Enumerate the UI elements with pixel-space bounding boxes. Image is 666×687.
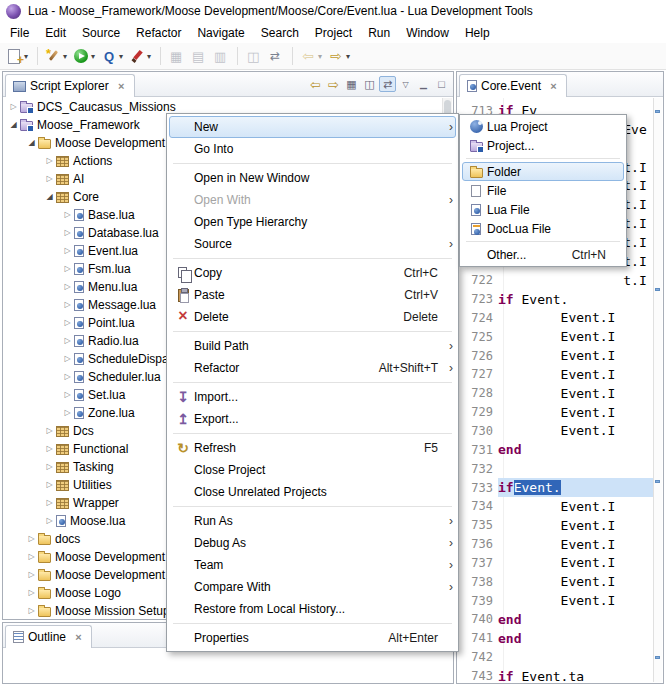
view-grid-3-button[interactable]: [210, 45, 230, 67]
twistie-collapsed-icon[interactable]: ▷: [7, 98, 20, 116]
twistie-expanded-icon[interactable]: ◢: [25, 134, 38, 152]
menu-item-paste[interactable]: PasteCtrl+V: [169, 284, 456, 306]
menu-project[interactable]: Project: [307, 22, 360, 43]
close-icon[interactable]: [548, 80, 559, 92]
link-with-editor-icon[interactable]: ⇄: [379, 76, 396, 92]
twistie-expanded-icon[interactable]: ◢: [43, 188, 56, 206]
dropdown-caret-icon[interactable]: ▾: [91, 52, 95, 61]
code-line-726[interactable]: 726 Event.I: [458, 346, 653, 365]
annotation-mark[interactable]: [655, 288, 660, 291]
menu-item-project[interactable]: Project...: [462, 136, 624, 155]
menu-item-compare-with[interactable]: Compare With: [169, 576, 456, 598]
twistie-collapsed-icon[interactable]: ▷: [25, 584, 38, 602]
code-line-734[interactable]: 734 Event.I: [458, 497, 653, 516]
menu-item-go-into[interactable]: Go Into: [169, 138, 456, 160]
code-line-722[interactable]: 722 t.I: [458, 271, 653, 290]
twistie-collapsed-icon[interactable]: ▷: [61, 350, 74, 368]
code-line-742[interactable]: 742: [458, 648, 653, 667]
twistie-collapsed-icon[interactable]: ▷: [43, 170, 56, 188]
twistie-collapsed-icon[interactable]: ▷: [25, 602, 38, 618]
menu-item-restore-from-local-history[interactable]: Restore from Local History...: [169, 598, 456, 620]
menu-item-folder[interactable]: Folder: [462, 162, 624, 181]
twistie-collapsed-icon[interactable]: ▷: [61, 332, 74, 350]
view-menu-icon[interactable]: ▽: [397, 76, 414, 92]
twistie-collapsed-icon[interactable]: ▷: [61, 296, 74, 314]
menu-item-lua-project[interactable]: Lua Project: [462, 117, 624, 136]
code-line-743[interactable]: 743 if Event.ta: [458, 667, 653, 683]
twistie-collapsed-icon[interactable]: ▷: [61, 314, 74, 332]
external-tools-button[interactable]: ▾: [43, 45, 69, 67]
twistie-collapsed-icon[interactable]: ▷: [61, 278, 74, 296]
run-button[interactable]: ▾: [71, 45, 97, 67]
menu-item-debug-as[interactable]: Debug As: [169, 532, 456, 554]
code-line-724[interactable]: 724 Event.I: [458, 308, 653, 327]
twistie-collapsed-icon[interactable]: ▷: [43, 476, 56, 494]
dropdown-caret-icon[interactable]: ▾: [24, 52, 28, 61]
menu-item-properties[interactable]: PropertiesAlt+Enter: [169, 627, 456, 649]
dropdown-caret-icon[interactable]: ▾: [147, 52, 151, 61]
forward-icon[interactable]: ⇨: [325, 76, 342, 92]
menu-item-delete[interactable]: DeleteDelete: [169, 306, 456, 328]
twistie-collapsed-icon[interactable]: ▷: [25, 530, 38, 548]
annotation-mark[interactable]: [655, 110, 660, 113]
twistie-collapsed-icon[interactable]: ▷: [43, 512, 56, 530]
twistie-collapsed-icon[interactable]: ▷: [25, 548, 38, 566]
menu-item-file[interactable]: File: [462, 181, 624, 200]
focus-icon[interactable]: ◫: [361, 76, 378, 92]
twistie-collapsed-icon[interactable]: ▷: [25, 566, 38, 584]
menu-help[interactable]: Help: [457, 22, 498, 43]
menu-item-close-unrelated-projects[interactable]: Close Unrelated Projects: [169, 481, 456, 503]
menu-item-export[interactable]: Export...: [169, 408, 456, 430]
close-icon[interactable]: [116, 80, 127, 92]
menu-item-other[interactable]: Other...Ctrl+N: [462, 245, 624, 264]
menu-item-open-type-hierarchy[interactable]: Open Type Hierarchy: [169, 211, 456, 233]
editor-tab-core-event[interactable]: Core.Event: [459, 74, 567, 97]
twistie-collapsed-icon[interactable]: ▷: [61, 242, 74, 260]
code-line-730[interactable]: 730 Event.I: [458, 421, 653, 440]
script-explorer-tab[interactable]: Script Explorer: [5, 74, 135, 97]
link-editor-button[interactable]: [265, 45, 285, 67]
code-line-723[interactable]: 723 if Event.: [458, 290, 653, 309]
menu-item-team[interactable]: Team: [169, 554, 456, 576]
code-line-740[interactable]: 740 end: [458, 610, 653, 629]
menu-item-new[interactable]: New: [169, 116, 456, 138]
menu-item-source[interactable]: Source: [169, 233, 456, 255]
back-icon[interactable]: ⇦: [307, 76, 324, 92]
forward-button[interactable]: ▾: [326, 45, 352, 67]
annotation-mark[interactable]: [655, 656, 660, 659]
code-line-727[interactable]: 727 Event.I: [458, 365, 653, 384]
code-line-731[interactable]: 731 end: [458, 440, 653, 459]
dropdown-caret-icon[interactable]: ▾: [119, 52, 123, 61]
menu-item-refresh[interactable]: RefreshF5: [169, 437, 456, 459]
twistie-collapsed-icon[interactable]: ▷: [61, 386, 74, 404]
dropdown-caret-icon[interactable]: ▾: [318, 52, 322, 61]
twistie-collapsed-icon[interactable]: ▷: [43, 494, 56, 512]
menu-edit[interactable]: Edit: [37, 22, 74, 43]
twistie-collapsed-icon[interactable]: ▷: [61, 404, 74, 422]
menu-window[interactable]: Window: [398, 22, 457, 43]
minimize-icon[interactable]: ▁: [415, 76, 432, 92]
menu-item-open-with[interactable]: Open With: [169, 189, 456, 211]
overview-ruler[interactable]: [653, 98, 662, 682]
menu-item-lua-file[interactable]: Lua File: [462, 200, 624, 219]
twistie-collapsed-icon[interactable]: ▷: [43, 422, 56, 440]
menu-run[interactable]: Run: [360, 22, 398, 43]
outline-tab[interactable]: Outline: [5, 625, 92, 648]
twistie-collapsed-icon[interactable]: ▷: [43, 440, 56, 458]
twistie-expanded-icon[interactable]: ◢: [7, 116, 20, 134]
menu-refactor[interactable]: Refactor: [128, 22, 189, 43]
collapse-all-icon[interactable]: ▦: [343, 76, 360, 92]
twistie-collapsed-icon[interactable]: ▷: [61, 368, 74, 386]
new-wizard-button[interactable]: ▾: [4, 45, 30, 67]
twistie-collapsed-icon[interactable]: ▷: [61, 224, 74, 242]
maximize-icon[interactable]: □: [433, 76, 450, 92]
view-grid-2-button[interactable]: [188, 45, 208, 67]
code-line-735[interactable]: 735 Event.I: [458, 516, 653, 535]
code-line-725[interactable]: 725 Event.I: [458, 327, 653, 346]
mark-occurrences-button[interactable]: ▾: [127, 45, 153, 67]
menu-item-close-project[interactable]: Close Project: [169, 459, 456, 481]
menu-source[interactable]: Source: [74, 22, 128, 43]
menu-navigate[interactable]: Navigate: [189, 22, 252, 43]
code-line-739[interactable]: 739 Event.I: [458, 591, 653, 610]
twistie-collapsed-icon[interactable]: ▷: [61, 260, 74, 278]
